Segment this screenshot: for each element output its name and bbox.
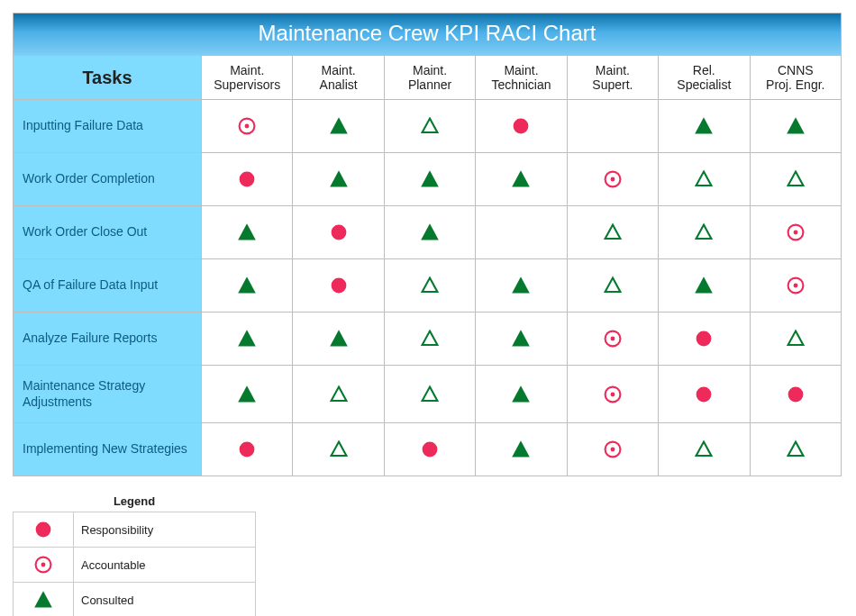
svg-marker-14 (788, 172, 803, 186)
legend: Legend Responsibility Accountable Consul… (13, 493, 256, 616)
cell-0-1 (293, 100, 384, 153)
svg-marker-24 (423, 278, 438, 292)
svg-marker-37 (788, 331, 803, 345)
svg-marker-2 (330, 117, 348, 133)
svg-marker-9 (421, 170, 439, 186)
table-row: Inputting Failure Data (14, 100, 842, 153)
informed-icon (326, 437, 351, 462)
informed-icon (600, 220, 625, 245)
informed-icon (417, 382, 442, 407)
cell-4-5 (659, 313, 750, 366)
svg-marker-5 (696, 117, 714, 133)
responsibility-icon (691, 382, 716, 407)
table-row: Implementing New Strategies (14, 423, 842, 476)
cell-2-6 (750, 206, 841, 259)
svg-point-54 (36, 522, 51, 538)
legend-title: Legend (13, 493, 256, 512)
consulted-icon (783, 113, 808, 139)
informed-icon (417, 113, 442, 139)
task-label-4: Analyze Failure Reports (14, 313, 202, 366)
cell-1-1 (293, 153, 384, 206)
informed-icon (691, 167, 716, 192)
role-header-1: Maint.Analist (293, 56, 384, 100)
svg-point-46 (240, 442, 255, 457)
svg-point-36 (697, 331, 712, 347)
consulted-icon (508, 273, 533, 298)
cell-5-5 (659, 366, 750, 423)
responsibility-icon (326, 220, 351, 245)
task-label-5: Maintenance Strategy Adjustments (14, 366, 202, 423)
role-header-3: Maint.Technician (476, 56, 567, 100)
table-row: Work Order Close Out (14, 206, 842, 259)
cell-6-3 (476, 423, 567, 476)
svg-marker-40 (423, 386, 438, 400)
responsibility-icon (14, 512, 74, 548)
table-row: Work Order Completion (14, 153, 842, 206)
role-header-0: Maint.Supervisors (202, 56, 293, 100)
cell-5-4 (567, 366, 658, 423)
svg-marker-30 (238, 330, 256, 346)
svg-marker-8 (330, 170, 348, 186)
responsibility-icon (234, 167, 260, 192)
consulted-icon (326, 326, 351, 351)
cell-6-0 (202, 423, 293, 476)
cell-0-6 (750, 100, 841, 153)
raci-table: TasksMaint.SupervisorsMaint.AnalistMaint… (13, 55, 842, 476)
svg-marker-32 (423, 331, 438, 345)
svg-point-21 (793, 231, 797, 235)
role-header-2: Maint.Planner (384, 56, 475, 100)
legend-row: Consulted (14, 583, 256, 617)
svg-point-56 (41, 563, 46, 567)
cell-2-0 (202, 206, 293, 259)
svg-marker-57 (34, 591, 52, 607)
informed-icon (417, 273, 442, 298)
svg-point-43 (610, 392, 615, 396)
cell-4-6 (750, 313, 841, 366)
cell-5-0 (202, 366, 293, 423)
task-label-1: Work Order Completion (14, 153, 202, 206)
cell-1-6 (750, 153, 841, 206)
svg-marker-33 (513, 330, 531, 346)
cell-5-1 (293, 366, 384, 423)
cell-1-0 (202, 153, 293, 206)
consulted-icon (234, 273, 260, 298)
cell-0-4 (567, 100, 658, 153)
consulted-icon (508, 326, 533, 351)
svg-marker-47 (331, 442, 346, 456)
legend-row: Responsibility (14, 512, 256, 548)
svg-marker-38 (238, 385, 256, 402)
cell-5-3 (476, 366, 567, 423)
consulted-icon (508, 167, 533, 192)
accountable-icon (14, 548, 74, 583)
consulted-icon (234, 382, 260, 407)
cell-2-5 (659, 206, 750, 259)
cell-3-5 (659, 259, 750, 313)
cell-1-4 (567, 153, 658, 206)
cell-4-1 (293, 313, 384, 366)
svg-marker-27 (696, 276, 714, 293)
responsibility-icon (691, 326, 716, 351)
task-label-2: Work Order Close Out (14, 206, 202, 259)
cell-5-6 (750, 366, 841, 423)
svg-marker-31 (330, 330, 348, 346)
svg-point-23 (331, 278, 346, 294)
cell-6-2 (384, 423, 475, 476)
consulted-icon (417, 167, 442, 192)
cell-0-0 (202, 100, 293, 153)
informed-icon (600, 273, 625, 298)
svg-marker-19 (697, 225, 712, 239)
svg-point-1 (245, 124, 250, 129)
cell-2-2 (384, 206, 475, 259)
cell-1-2 (384, 153, 475, 206)
task-label-0: Inputting Failure Data (14, 100, 202, 153)
consulted-icon (508, 382, 533, 407)
cell-6-4 (567, 423, 658, 476)
responsibility-icon (326, 273, 351, 298)
svg-point-48 (423, 442, 438, 457)
svg-marker-3 (423, 119, 438, 132)
cell-4-4 (567, 313, 658, 366)
svg-point-12 (610, 177, 615, 182)
consulted-icon (417, 220, 442, 245)
svg-marker-52 (697, 442, 712, 456)
svg-point-44 (697, 386, 712, 402)
